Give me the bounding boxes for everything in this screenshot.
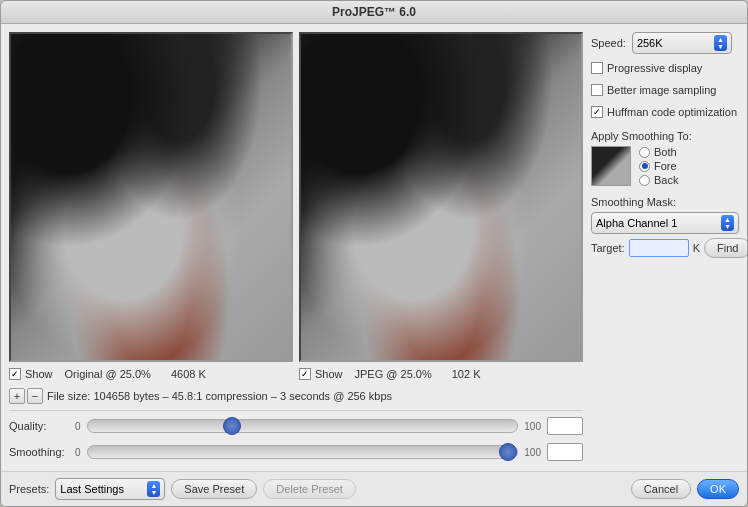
presets-up-arrow: ▲ (150, 482, 157, 489)
original-size: 4608 K (171, 368, 206, 380)
smoothing-max: 100 (524, 447, 541, 458)
jpeg-size: 102 K (452, 368, 481, 380)
back-radio[interactable] (639, 175, 650, 186)
mask-down-arrow: ▼ (724, 223, 731, 230)
smoothing-value[interactable]: 100 (547, 443, 583, 461)
presets-arrows: ▲ ▼ (147, 481, 160, 497)
both-radio-label: Both (654, 146, 677, 158)
smoothing-thumbnail (591, 146, 631, 186)
find-button[interactable]: Find (704, 238, 747, 258)
preview-row (9, 32, 583, 362)
original-info: Original @ 25.0% (65, 368, 151, 380)
quality-label: Quality: (9, 420, 69, 432)
quality-value[interactable]: 33 (547, 417, 583, 435)
smoothing-preview-row: Both Fore Back (591, 146, 739, 186)
progressive-display-option: Progressive display (591, 62, 739, 74)
file-info-text: File size: 104658 bytes – 45.8:1 compres… (47, 390, 392, 402)
jpeg-info: JPEG @ 25.0% (355, 368, 432, 380)
mask-row: Alpha Channel 1 ▲ ▼ (591, 212, 739, 234)
both-radio-row: Both (639, 146, 678, 158)
show-original-label: Show (25, 368, 53, 380)
delete-preset-button[interactable]: Delete Preset (263, 479, 356, 499)
mask-value: Alpha Channel 1 (596, 217, 717, 229)
back-radio-label: Back (654, 174, 678, 186)
speed-down-arrow: ▼ (717, 43, 724, 50)
mask-up-arrow: ▲ (724, 216, 731, 223)
main-window: ProJPEG™ 6.0 Show Original @ 25.0% 4608 … (0, 0, 748, 507)
window-title: ProJPEG™ 6.0 (332, 5, 416, 19)
mask-arrows: ▲ ▼ (721, 215, 734, 231)
target-label: Target: (591, 242, 625, 254)
quality-min: 0 (75, 421, 81, 432)
jpeg-info-row: Show JPEG @ 25.0% 102 K (299, 366, 583, 382)
jpeg-image (301, 34, 581, 360)
progressive-display-checkbox[interactable] (591, 62, 603, 74)
better-sampling-label: Better image sampling (607, 84, 716, 96)
bottom-bar: Presets: Last Settings ▲ ▼ Save Preset D… (1, 471, 747, 506)
presets-value: Last Settings (60, 483, 143, 495)
file-info-row: + − File size: 104658 bytes – 45.8:1 com… (9, 386, 583, 406)
zoom-in-button[interactable]: + (9, 388, 25, 404)
smoothing-label: Smoothing: (9, 446, 69, 458)
save-preset-button[interactable]: Save Preset (171, 479, 257, 499)
progressive-display-label: Progressive display (607, 62, 702, 74)
back-radio-row: Back (639, 174, 678, 186)
mask-section: Smoothing Mask: Alpha Channel 1 ▲ ▼ Targ… (591, 196, 739, 258)
title-bar: ProJPEG™ 6.0 (1, 1, 747, 24)
left-panel: Show Original @ 25.0% 4608 K Show JPEG @… (9, 32, 583, 463)
huffman-checkbox[interactable] (591, 106, 603, 118)
smoothing-row: Smoothing: 0 100 100 (9, 441, 583, 463)
huffman-label: Huffman code optimization (607, 106, 737, 118)
quality-max: 100 (524, 421, 541, 432)
better-sampling-option: Better image sampling (591, 84, 739, 96)
presets-down-arrow: ▼ (150, 489, 157, 496)
mask-select[interactable]: Alpha Channel 1 ▲ ▼ (591, 212, 739, 234)
better-sampling-checkbox[interactable] (591, 84, 603, 96)
show-jpeg-label: Show (315, 368, 343, 380)
speed-row: Speed: 256K ▲ ▼ (591, 32, 739, 54)
fore-radio-label: Fore (654, 160, 677, 172)
cancel-button[interactable]: Cancel (631, 479, 691, 499)
speed-up-arrow: ▲ (717, 36, 724, 43)
fore-radio-row: Fore (639, 160, 678, 172)
target-input[interactable] (629, 239, 689, 257)
original-info-row: Show Original @ 25.0% 4608 K (9, 366, 293, 382)
zoom-buttons: + − (9, 388, 43, 404)
bottom-left: Presets: Last Settings ▲ ▼ Save Preset D… (9, 478, 356, 500)
speed-value: 256K (637, 37, 710, 49)
speed-arrows: ▲ ▼ (714, 35, 727, 51)
show-jpeg-checkbox[interactable] (299, 368, 311, 380)
target-suffix: K (693, 242, 700, 254)
presets-select[interactable]: Last Settings ▲ ▼ (55, 478, 165, 500)
both-radio[interactable] (639, 147, 650, 158)
quality-slider[interactable] (87, 419, 519, 433)
smoothing-section: Apply Smoothing To: Both Fore (591, 130, 739, 186)
speed-select[interactable]: 256K ▲ ▼ (632, 32, 732, 54)
show-original-checkbox[interactable] (9, 368, 21, 380)
right-panel: Speed: 256K ▲ ▼ Progressive display Bett… (591, 32, 739, 463)
divider-1 (9, 410, 583, 411)
quality-row: Quality: 0 100 33 (9, 415, 583, 437)
original-preview (9, 32, 293, 362)
ok-button[interactable]: OK (697, 479, 739, 499)
zoom-out-button[interactable]: − (27, 388, 43, 404)
bottom-right: Cancel OK (631, 479, 739, 499)
fore-radio[interactable] (639, 161, 650, 172)
presets-label: Presets: (9, 483, 49, 495)
target-row: Target: K Find (591, 238, 739, 258)
jpeg-preview (299, 32, 583, 362)
speed-label: Speed: (591, 37, 626, 49)
original-image (11, 34, 291, 360)
smoothing-radio-group: Both Fore Back (639, 146, 678, 186)
mask-label: Smoothing Mask: (591, 196, 739, 208)
smoothing-slider[interactable] (87, 445, 519, 459)
smoothing-min: 0 (75, 447, 81, 458)
huffman-option: Huffman code optimization (591, 106, 739, 118)
apply-smoothing-label: Apply Smoothing To: (591, 130, 739, 142)
